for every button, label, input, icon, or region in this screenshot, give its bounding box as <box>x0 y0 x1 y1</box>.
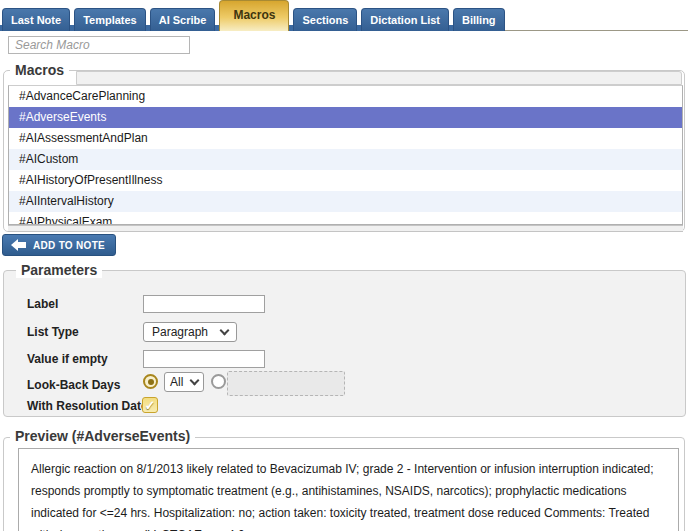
list-type-select[interactable]: Paragraph <box>143 322 237 342</box>
macro-list-item-selected[interactable]: #AdverseEvents <box>9 107 682 128</box>
tab-sections[interactable]: Sections <box>293 8 357 31</box>
look-back-all-select[interactable]: All <box>164 372 204 392</box>
preview-text: Allergic reaction on 8/1/2013 likely rel… <box>18 448 679 531</box>
look-back-all-value: All <box>165 375 189 389</box>
tab-bar: Last Note Templates AI Scribe Macros Sec… <box>0 0 688 31</box>
preview-panel-legend: Preview (#AdverseEvents) <box>10 428 195 444</box>
tab-ai-scribe[interactable]: AI Scribe <box>150 8 216 31</box>
macros-panel-legend: Macros <box>10 62 69 78</box>
search-macro-input[interactable] <box>8 36 190 54</box>
macro-list-item[interactable]: #AIHistoryOfPresentIllness <box>9 170 682 191</box>
macro-list-item[interactable]: #AIPhysicalExam <box>9 212 682 225</box>
macro-list-item[interactable]: #AdvanceCarePlanning <box>9 86 682 107</box>
with-resolution-date-label: With Resolution Date <box>27 399 148 413</box>
macro-list-item[interactable]: #AICustom <box>9 149 682 170</box>
left-arrow-icon <box>11 240 26 250</box>
look-back-custom-days-input[interactable] <box>227 371 345 396</box>
add-to-note-label: ADD TO NOTE <box>33 240 105 251</box>
value-if-empty-label: Value if empty <box>27 352 108 366</box>
add-to-note-button[interactable]: ADD TO NOTE <box>2 234 116 256</box>
tab-strip: Last Note Templates AI Scribe Macros Sec… <box>2 0 505 31</box>
checkmark-icon: ✓ <box>145 399 156 412</box>
look-back-custom-radio[interactable] <box>211 374 226 389</box>
macro-list-item[interactable]: #AIIntervalHistory <box>9 191 682 212</box>
macros-list: #AdvanceCarePlanning #AdverseEvents #AIA… <box>8 85 683 225</box>
with-resolution-date-checkbox[interactable]: ✓ <box>142 397 158 413</box>
macros-list-top-strip <box>76 71 682 85</box>
list-type-label: List Type <box>27 325 79 339</box>
macro-list-item[interactable]: #AIAssessmentAndPlan <box>9 128 682 149</box>
value-if-empty-input[interactable] <box>143 350 265 368</box>
tab-last-note[interactable]: Last Note <box>2 8 70 31</box>
tab-templates[interactable]: Templates <box>74 8 146 31</box>
tab-billing[interactable]: Billing <box>453 8 505 31</box>
chevron-down-icon <box>190 376 200 386</box>
label-field-input[interactable] <box>143 295 265 313</box>
look-back-days-label: Look-Back Days <box>27 378 120 392</box>
parameters-panel-legend: Parameters <box>16 262 102 278</box>
macros-list-horizontal-scrollbar[interactable] <box>8 225 683 232</box>
label-field-label: Label <box>27 297 58 311</box>
chevron-down-icon <box>220 326 230 336</box>
look-back-all-radio[interactable] <box>143 374 158 389</box>
list-type-selected-value: Paragraph <box>144 325 217 339</box>
tab-dictation-list[interactable]: Dictation List <box>361 8 449 31</box>
tab-macros[interactable]: Macros <box>219 0 289 31</box>
